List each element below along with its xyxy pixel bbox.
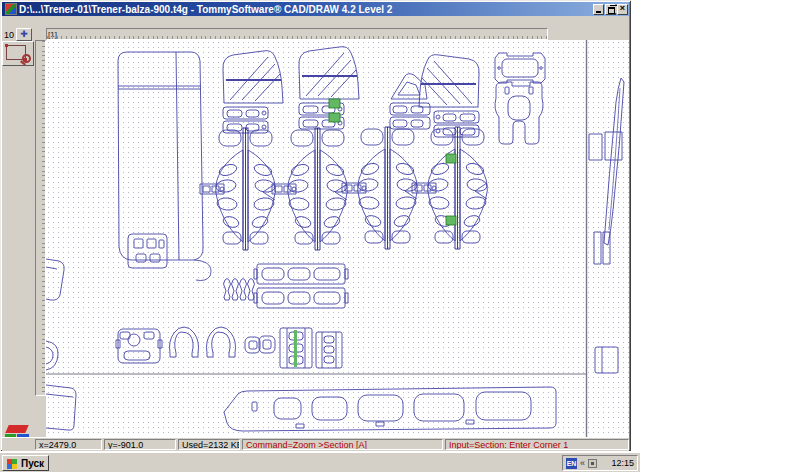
language-indicator[interactable]: EN — [566, 458, 577, 469]
taskbar: Пуск EN « 12:15 — [0, 452, 640, 472]
start-button[interactable]: Пуск — [2, 455, 49, 471]
desktop-screen: D:\...\Trener-01\Trener-balza-900.t4g - … — [0, 0, 640, 472]
system-tray: EN « 12:15 — [562, 455, 638, 471]
sheet-number-label: [1] — [48, 30, 57, 39]
statusbar: x=2479.0 y=-901.0 Used=2132 KB Command=Z… — [2, 437, 629, 451]
close-icon: × — [618, 3, 627, 13]
status-memory-used: Used=2132 KB — [178, 439, 240, 450]
move-tool[interactable]: ✚ — [16, 28, 32, 41]
minimize-icon — [596, 11, 601, 13]
status-y-coordinate: y=-901.0 — [104, 439, 176, 450]
left-toolbar: 10 ✚ — [2, 28, 35, 449]
parts-drawing — [46, 40, 629, 437]
horizontal-ruler[interactable]: [1] — [46, 28, 548, 40]
close-button[interactable]: × — [617, 4, 628, 15]
magnifier-icon — [22, 54, 31, 63]
cad-window: D:\...\Trener-01\Trener-balza-900.t4g - … — [0, 0, 631, 451]
drawing-canvas[interactable] — [46, 40, 629, 437]
clock: 12:15 — [611, 458, 634, 468]
status-input-prompt: Input=Section: Enter Corner 1 — [445, 439, 629, 450]
zoom-section-tool[interactable] — [2, 41, 34, 66]
tray-app-icon[interactable] — [588, 459, 597, 468]
status-command: Command=Zoom >Section [A] — [242, 439, 443, 450]
start-label: Пуск — [21, 458, 44, 469]
restore-button[interactable] — [605, 4, 616, 15]
selection-markers — [294, 99, 456, 367]
restore-icon — [608, 7, 615, 14]
menubar — [2, 16, 629, 28]
minimize-button[interactable] — [593, 4, 604, 15]
status-x-coordinate: x=2479.0 — [35, 439, 102, 450]
tray-chevron-icon[interactable]: « — [580, 458, 585, 468]
windows-logo-icon — [7, 459, 12, 464]
titlebar[interactable]: D:\...\Trener-01\Trener-balza-900.t4g - … — [2, 2, 629, 16]
view-toolbar — [548, 28, 629, 40]
snap-value[interactable]: 10 — [2, 30, 16, 40]
vertical-ruler[interactable] — [35, 40, 46, 396]
window-title: D:\...\Trener-01\Trener-balza-900.t4g - … — [19, 4, 591, 15]
app-icon — [5, 3, 17, 15]
